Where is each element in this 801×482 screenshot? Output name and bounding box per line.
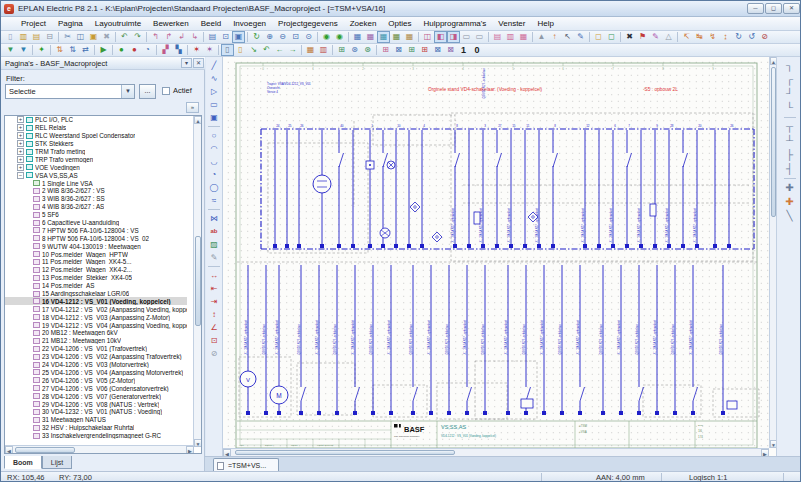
- circle-icon[interactable]: ○: [207, 129, 221, 142]
- dim-continued-icon[interactable]: ⇤: [207, 282, 221, 295]
- tree-item-page[interactable]: 6 Capacitieve U-aanduiding: [5, 219, 187, 227]
- tree-item-page[interactable]: 1 Single Line VSA: [5, 179, 187, 187]
- scroll-down-icon[interactable]: ▼: [194, 439, 202, 447]
- filter-browse-button[interactable]: ...: [139, 84, 156, 99]
- macro-6-icon[interactable]: ⊠: [444, 44, 457, 56]
- minimize-all-icon[interactable]: ▭: [460, 31, 473, 43]
- tree-item-page[interactable]: 25 VD4-1206 : VS_V04 (Aanpassing Motorve…: [5, 369, 187, 377]
- menu-pagina[interactable]: Pagina: [52, 17, 89, 30]
- plc-icon[interactable]: ⊞: [335, 44, 348, 56]
- device-edit-icon[interactable]: ▥: [317, 44, 330, 56]
- tree-item-category[interactable]: +TRP Trafo vermogen: [5, 155, 187, 163]
- chevron-down-icon[interactable]: ▼: [121, 85, 134, 98]
- navigator-terminals-icon[interactable]: ▦: [390, 31, 403, 43]
- redraw-icon[interactable]: ↻: [250, 31, 263, 43]
- break-point-icon[interactable]: ╲: [782, 209, 798, 223]
- status-error-icon[interactable]: ●: [128, 44, 141, 56]
- tree-item-category[interactable]: +STK Stekkers: [5, 140, 187, 148]
- menu-hulpprogramma-s[interactable]: Hulpprogramma's: [417, 17, 492, 30]
- document-tab[interactable]: =TSM+VS...: [213, 458, 279, 472]
- parts-nav-icon[interactable]: ▦: [517, 31, 530, 43]
- graphic-icon[interactable]: ▲: [535, 31, 548, 43]
- nav-descend-icon[interactable]: ↘: [247, 44, 260, 56]
- connection-update-icon[interactable]: ↨: [719, 31, 732, 43]
- expand-icon[interactable]: +: [17, 156, 24, 163]
- zoom-all-icon[interactable]: ⊙: [302, 31, 315, 43]
- tree-item-page[interactable]: 27 VD4-1206 : VS_V06 (Condensatorvertrek…: [5, 384, 187, 392]
- menu-beeld[interactable]: Beeld: [195, 17, 227, 30]
- rotate-cw-icon[interactable]: ↻: [732, 31, 745, 43]
- tree-item-page[interactable]: 32 HSV : Hulpschakelaar Ruhrtal: [5, 424, 187, 432]
- tree-filter-icon[interactable]: ▼: [4, 44, 17, 56]
- sync-up-down-icon[interactable]: ⇅: [53, 44, 66, 56]
- delete-icon[interactable]: ✖: [100, 31, 113, 43]
- workbook-icon[interactable]: ▣: [232, 31, 245, 43]
- device-table-icon[interactable]: ▦: [304, 44, 317, 56]
- dim-off-icon[interactable]: ⊘: [207, 347, 221, 360]
- goto-prev-icon[interactable]: ↰: [149, 31, 162, 43]
- corner-up-left-icon[interactable]: ┘: [782, 87, 798, 101]
- tree-item-category[interactable]: +VOE Voedingen: [5, 163, 187, 171]
- sector-icon[interactable]: ◔: [207, 168, 221, 181]
- tree-item-page[interactable]: 20 MB12 : Meetwagen 6kV: [5, 329, 187, 337]
- active-checkbox[interactable]: [162, 87, 170, 95]
- t-node-up-icon[interactable]: ┴: [782, 134, 798, 148]
- tree-item-category[interactable]: −VSA VS,SS,AS: [5, 171, 187, 179]
- macro-3-icon[interactable]: ⊞: [405, 44, 418, 56]
- menu-bewerken[interactable]: Bewerken: [147, 17, 195, 30]
- tree-vertical-scrollbar[interactable]: ▲ ▼: [193, 116, 201, 447]
- arc-top-icon[interactable]: ◠: [207, 142, 221, 155]
- page-preview-icon[interactable]: ▤: [206, 31, 219, 43]
- ellipse-icon[interactable]: ◯: [207, 181, 221, 194]
- tree-item-page[interactable]: 24 VD4-1206 : VS_V03 (Motorvertrek): [5, 361, 187, 369]
- expand-icon[interactable]: +: [17, 148, 24, 155]
- tree-item-page[interactable]: 16 VD4-1212 : VS_V01 (Voeding, koppelcel…: [5, 297, 187, 305]
- scroll-right-icon[interactable]: ▶: [186, 446, 194, 454]
- prev-page-icon[interactable]: ◉: [320, 31, 333, 43]
- area-select-icon[interactable]: ◻: [592, 31, 605, 43]
- tree-item-page[interactable]: 2 WIB 8/36-2/627 : VS: [5, 187, 187, 195]
- rectangle-icon[interactable]: ▭: [207, 98, 221, 111]
- tree-item-category[interactable]: +TRM Trafo meting: [5, 148, 187, 156]
- gear-green-icon[interactable]: ⊛: [361, 44, 374, 56]
- tree-item-page[interactable]: 30 VD4-1232 : VS_V01 (NATUS : Voeding): [5, 408, 187, 416]
- window-cascade-icon[interactable]: ◫: [421, 31, 434, 43]
- tree-item-page[interactable]: 5 SF6: [5, 211, 187, 219]
- corner-down-left-icon[interactable]: ┐: [782, 59, 798, 73]
- window-split-h-icon[interactable]: ◧: [434, 31, 447, 43]
- status-ok-icon[interactable]: ●: [115, 44, 128, 56]
- canvas-horizontal-scrollbar[interactable]: ◀ ▶: [223, 448, 769, 456]
- goto-up-icon[interactable]: ↱: [162, 31, 175, 43]
- macro-4-icon[interactable]: ⊞: [418, 44, 431, 56]
- graphic-preview-icon[interactable]: ⊡: [219, 31, 232, 43]
- tree-item-page[interactable]: 18 VD4-1212 : VS_V03 (Aanpassing Z-Motor…: [5, 313, 187, 321]
- panel-header[interactable]: Pagina's - BASF_Macroproject ✕ ▾: [1, 57, 205, 70]
- zoom-in-icon[interactable]: ⊕: [263, 31, 276, 43]
- copy-icon[interactable]: ◫: [74, 31, 87, 43]
- pen-icon[interactable]: ✎: [574, 31, 587, 43]
- navigator-pages-icon[interactable]: ▦: [351, 31, 364, 43]
- window-split-v-icon[interactable]: ◨: [447, 31, 460, 43]
- expand-icon[interactable]: +: [17, 140, 24, 147]
- menu-venster[interactable]: Venster: [492, 17, 531, 30]
- dim-linear-icon[interactable]: ↔: [207, 269, 221, 282]
- blank-page-icon[interactable]: ▯: [221, 44, 234, 56]
- tree-item-category[interactable]: +REL Relais: [5, 124, 187, 132]
- tree-item-page[interactable]: 15 Aardingsschakelaar LGR/06: [5, 290, 187, 298]
- menu-opties[interactable]: Opties: [382, 17, 417, 30]
- collapse-icon[interactable]: −: [17, 172, 24, 179]
- menu-invoegen[interactable]: Invoegen: [227, 17, 272, 30]
- dim-vertical-icon[interactable]: ↕: [207, 308, 221, 321]
- rotate-ccw-icon[interactable]: ↺: [745, 31, 758, 43]
- report-1-icon[interactable]: ▞: [159, 44, 172, 56]
- polyline-icon[interactable]: ∿: [207, 72, 221, 85]
- tree-item-page[interactable]: 31 Meetwagen NATUS: [5, 416, 187, 424]
- canvas-hscroll-thumb[interactable]: [235, 450, 455, 455]
- title-bar[interactable]: e EPLAN Electric P8 2.1 - K:\Eplan\Proje…: [1, 1, 801, 17]
- scroll-up-icon[interactable]: ▲: [194, 116, 202, 124]
- connection-break-icon[interactable]: ↯: [706, 31, 719, 43]
- macro-5-icon[interactable]: ⊠: [431, 44, 444, 56]
- paste-icon[interactable]: ▣: [87, 31, 100, 43]
- rectangle-center-icon[interactable]: ▣: [207, 111, 221, 124]
- tree-item-page[interactable]: 33 Inschakelvergrendelingsmagneet G-RC: [5, 432, 187, 439]
